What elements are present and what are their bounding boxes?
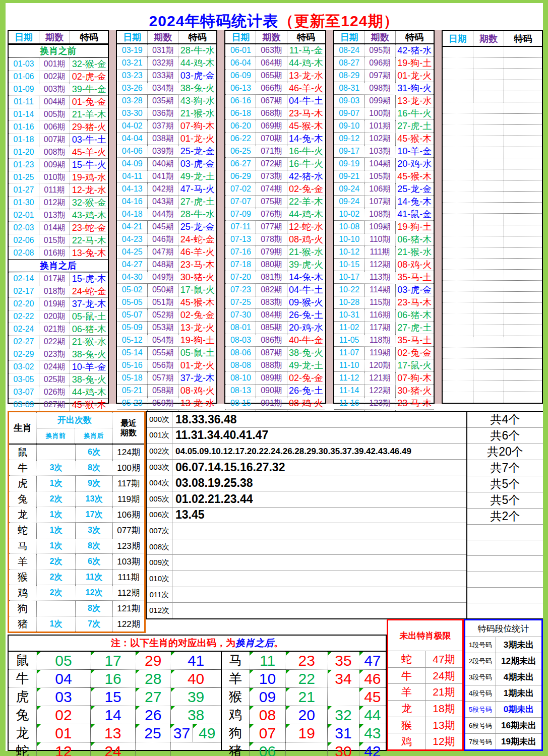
table-row: 05-02050期17-鼠-火 [117,283,216,296]
date-cell [443,270,473,280]
table-row: 06-18068期23-马-木 [225,107,325,119]
date-cell: 05-09 [117,322,148,334]
code-cell [504,348,542,358]
table-row: 03-02024期10-羊-金 [9,360,108,373]
table-row: 06-22070期14-兔-木 [225,132,325,145]
zodiac-name: 蛇 [9,523,37,538]
table-row: 01-30012期32-猴-金 [9,196,108,209]
missing-zodiac-name: 龙 [388,701,425,717]
date-header: 日期 [225,31,256,43]
date-cell: 03-23 [117,70,148,82]
code-cell: 23-马-木 [178,259,216,271]
count-label: 007次 [147,523,172,539]
code-cell [504,192,542,202]
table-row: 08-06087期38-兔-火 [225,346,325,359]
table-row [443,191,542,202]
zodiac-label: 猴 [222,688,249,706]
count-after: 8次 [76,460,113,475]
code-cell: 21-猴-水 [178,107,216,119]
number-cell: 29 [135,652,170,669]
date-cell: 04-16 [117,196,148,208]
date-cell: 09-24 [334,196,365,208]
zodiac-number-row: 猴092145 [222,687,386,706]
count-numbers [172,539,466,555]
date-cell: 01-09 [9,83,39,95]
period-cell [473,325,504,336]
table-row: 03-19031期28-牛-水 [117,44,216,56]
table-row: 07-25083期09-猴-火 [225,296,325,308]
code-cell: 15-牛-火 [70,159,108,171]
date-cell: 05-02 [117,284,148,296]
period-cell: 099期 [365,95,396,107]
zodiac-stats-row: 羊2次6次103期 [9,553,144,569]
period-header: 期数 [256,31,287,43]
table-row: 09-24106期25-龙-金 [334,182,434,195]
note-prefix: 注：以下生肖的对应出码，为 [111,638,235,648]
table-row [443,269,542,280]
table-row [443,236,542,247]
group-body: 换肖之前01-03001期32-猴-金01-06002期02-虎-金01-090… [9,44,108,449]
segment-row: 2段号码12期未出 [465,653,541,669]
code-cell: 16-牛-火 [396,107,434,119]
table-row: 09-21105期45-猴-木 [334,170,434,182]
code-cell [504,91,542,102]
number-cell: 28 [135,670,170,687]
table-row: 02-06015期22-马-木 [9,234,108,246]
period-cell: 075期 [256,196,287,208]
table-row: 10-17113期35-马-土 [334,271,434,283]
period-cell: 016期 [39,247,70,259]
count-before [37,601,76,616]
table-row: 08-27096期19-狗-土 [334,56,434,69]
date-cell [443,281,473,291]
period-cell: 076期 [256,208,287,220]
code-cell [504,136,542,147]
code-cell: 23-马-木 [396,296,434,308]
period-cell: 119期 [365,347,396,359]
count-row: 010次 [147,571,466,587]
code-cell: 12-龙-水 [70,184,108,196]
period-cell: 007期 [39,134,70,146]
count-row: 002次04.05.09.10.12.17.20.22.24.26.28.29.… [147,443,466,459]
missing-zodiac-box: 未出特肖极限 蛇47期牛24期羊21期龙18期猴13期鸡12期 [387,619,464,751]
count-row: 007次 [147,523,466,539]
zodiac-name: 牛 [9,460,37,475]
date-cell [443,169,473,180]
code-cell [504,214,542,224]
period-cell: 104期 [365,158,396,170]
code-cell: 25-龙-金 [178,145,216,157]
period-cell: 108期 [365,208,396,220]
count-after: 8次 [76,538,113,553]
table-row: 03-05025期38-兔-火 [9,373,108,386]
segment-row: 5段号码0期未出 [465,701,541,717]
period-cell: 049期 [148,271,178,283]
count-row: 006次13.45 [147,507,466,523]
segment-value: 1期未出 [496,685,541,701]
segment-stats-box: 特码段位统计 1段号码3期未出2段号码12期未出3段号码4期未出4段号码1期未出… [464,619,543,751]
count-total [467,572,543,587]
date-cell: 09-24 [334,183,365,195]
zodiac-name: 猴 [9,570,37,585]
code-cell: 09-猴-火 [287,296,325,308]
count-after: 7次 [76,616,113,632]
code-cell: 45-猴-木 [396,133,434,145]
table-row [443,180,542,191]
date-cell: 05-21 [117,385,148,397]
date-cell: 06-20 [225,120,256,132]
period-cell [473,203,504,213]
code-cell: 07-狗-木 [178,120,216,132]
table-row: 08-10089期02-兔-金 [225,371,325,384]
count-label: 004次 [147,475,172,491]
date-cell: 02-01 [9,209,39,221]
missing-zodiac-title: 未出特肖极限 [388,620,462,651]
code-cell [504,270,542,280]
period-cell [473,247,504,258]
code-cell: 05-鼠-土 [70,310,108,323]
table-row: 11-07119期02-兔-金 [334,346,434,359]
count-numbers [172,603,466,618]
date-cell: 07-13 [225,233,256,245]
date-cell: 10-31 [334,309,365,321]
code-cell [504,359,542,369]
count-after: 13次 [76,491,113,507]
missing-zodiac-periods: 21期 [425,684,462,700]
code-cell: 27-虎-土 [396,120,434,132]
